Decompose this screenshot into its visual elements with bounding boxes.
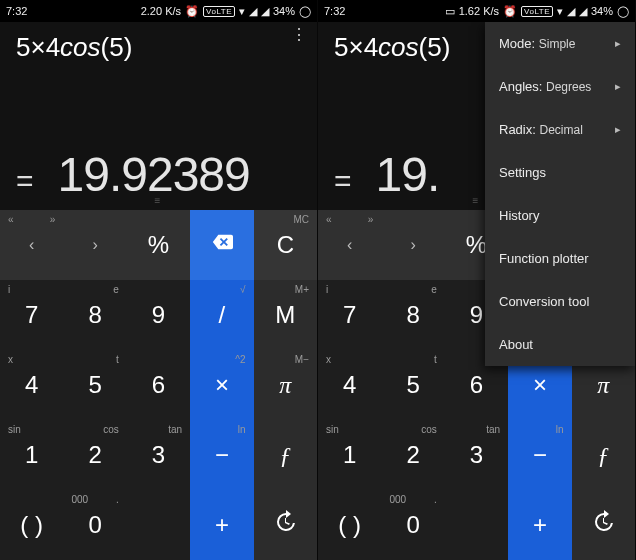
add-button[interactable]: + xyxy=(190,490,253,560)
menu-mode[interactable]: Mode: Simple ▸ xyxy=(485,22,635,65)
history-icon xyxy=(273,510,297,540)
key-blank[interactable] xyxy=(445,490,508,560)
function-button[interactable]: ƒ xyxy=(572,420,635,490)
nav-right-button[interactable]: › xyxy=(63,210,126,280)
result: 19.92389 xyxy=(58,147,250,202)
display-area: ⋮ 5×4cos(5) = 19.92389 ≡ xyxy=(0,22,317,210)
status-rate: 2.20 K/s xyxy=(141,5,181,17)
chevron-right-icon: ▸ xyxy=(615,37,621,50)
nav-left-button[interactable]: « » ‹ xyxy=(318,210,381,280)
wifi-icon: ▾ xyxy=(557,5,563,18)
overflow-menu-icon[interactable]: ⋮ xyxy=(291,28,307,42)
key-1[interactable]: sin1 xyxy=(0,420,63,490)
key-7[interactable]: i7 xyxy=(0,280,63,350)
overflow-menu: Mode: Simple ▸ Angles: Degrees ▸ Radix: … xyxy=(485,22,635,366)
menu-about[interactable]: About xyxy=(485,323,635,366)
status-time: 7:32 xyxy=(6,5,27,17)
wifi-icon: ▾ xyxy=(239,5,245,18)
alarm-icon: ⏰ xyxy=(185,5,199,18)
divide-button[interactable]: √/ xyxy=(190,280,253,350)
key-2[interactable]: cos2 xyxy=(63,420,126,490)
paren-button[interactable]: ( ) xyxy=(0,490,63,560)
key-8[interactable]: e8 xyxy=(63,280,126,350)
nav-right-button[interactable]: › xyxy=(381,210,444,280)
volte-badge: VoLTE xyxy=(203,6,235,17)
expression[interactable]: 5×4cos(5) xyxy=(16,32,301,63)
signal-icon: ◢ xyxy=(249,5,257,18)
chevron-right-icon: ▸ xyxy=(615,80,621,93)
add-button[interactable]: + xyxy=(508,490,571,560)
key-4[interactable]: x4 xyxy=(0,350,63,420)
keypad: « » ‹ › % MC C i7 e8 9 √/ M+M x4 t5 6 ^2… xyxy=(0,210,317,560)
menu-radix[interactable]: Radix: Decimal ▸ xyxy=(485,108,635,151)
equals-sign: = xyxy=(16,164,34,198)
subtract-button[interactable]: ln− xyxy=(508,420,571,490)
menu-angles[interactable]: Angles: Degrees ▸ xyxy=(485,65,635,108)
function-button[interactable]: ƒ xyxy=(254,420,317,490)
clear-button[interactable]: MC C xyxy=(254,210,317,280)
multiply-button[interactable]: ^2× xyxy=(190,350,253,420)
key-3[interactable]: tan3 xyxy=(445,420,508,490)
backspace-button[interactable] xyxy=(190,210,253,280)
backspace-icon xyxy=(209,231,235,259)
history-button[interactable] xyxy=(254,490,317,560)
status-bar: 7:32 ▭ 1.62 K/s ⏰ VoLTE ▾ ◢ ◢ 34% ◯ xyxy=(318,0,635,22)
status-bar: 7:32 2.20 K/s ⏰ VoLTE ▾ ◢ ◢ 34% ◯ xyxy=(0,0,317,22)
key-2[interactable]: cos2 xyxy=(381,420,444,490)
drag-handle-icon[interactable]: ≡ xyxy=(155,195,163,206)
battery-percent: 34% xyxy=(273,5,295,17)
phone-right: 7:32 ▭ 1.62 K/s ⏰ VoLTE ▾ ◢ ◢ 34% ◯ 5×4c… xyxy=(318,0,636,560)
status-rate: 1.62 K/s xyxy=(459,5,499,17)
key-7[interactable]: i7 xyxy=(318,280,381,350)
signal-icon: ◢ xyxy=(567,5,575,18)
result: 19. xyxy=(376,147,496,202)
paren-button[interactable]: ( ) xyxy=(318,490,381,560)
menu-plotter[interactable]: Function plotter xyxy=(485,237,635,280)
key-0[interactable]: 000.0 xyxy=(381,490,444,560)
battery-icon: ◯ xyxy=(617,5,629,18)
key-4[interactable]: x4 xyxy=(318,350,381,420)
battery-icon: ◯ xyxy=(299,5,311,18)
key-5[interactable]: t5 xyxy=(63,350,126,420)
key-8[interactable]: e8 xyxy=(381,280,444,350)
history-icon xyxy=(591,510,615,540)
menu-conversion[interactable]: Conversion tool xyxy=(485,280,635,323)
volte-badge: VoLTE xyxy=(521,6,553,17)
alarm-icon: ⏰ xyxy=(503,5,517,18)
percent-button[interactable]: % xyxy=(127,210,190,280)
status-time: 7:32 xyxy=(324,5,345,17)
chevron-right-icon: ▸ xyxy=(615,123,621,136)
subtract-button[interactable]: ln− xyxy=(190,420,253,490)
nav-left-button[interactable]: « » ‹ xyxy=(0,210,63,280)
key-1[interactable]: sin1 xyxy=(318,420,381,490)
key-9[interactable]: 9 xyxy=(127,280,190,350)
signal-icon-2: ◢ xyxy=(579,5,587,18)
phone-left: 7:32 2.20 K/s ⏰ VoLTE ▾ ◢ ◢ 34% ◯ ⋮ 5×4c… xyxy=(0,0,318,560)
screenshot-icon: ▭ xyxy=(445,5,455,18)
key-blank[interactable] xyxy=(127,490,190,560)
battery-percent: 34% xyxy=(591,5,613,17)
key-3[interactable]: tan3 xyxy=(127,420,190,490)
drag-handle-icon[interactable]: ≡ xyxy=(473,195,481,206)
equals-sign: = xyxy=(334,164,352,198)
memory-button[interactable]: M+M xyxy=(254,280,317,350)
key-5[interactable]: t5 xyxy=(381,350,444,420)
key-0[interactable]: 000.0 xyxy=(63,490,126,560)
signal-icon-2: ◢ xyxy=(261,5,269,18)
menu-history[interactable]: History xyxy=(485,194,635,237)
pi-button[interactable]: M−π xyxy=(254,350,317,420)
menu-settings[interactable]: Settings xyxy=(485,151,635,194)
key-6[interactable]: 6 xyxy=(127,350,190,420)
history-button[interactable] xyxy=(572,490,635,560)
